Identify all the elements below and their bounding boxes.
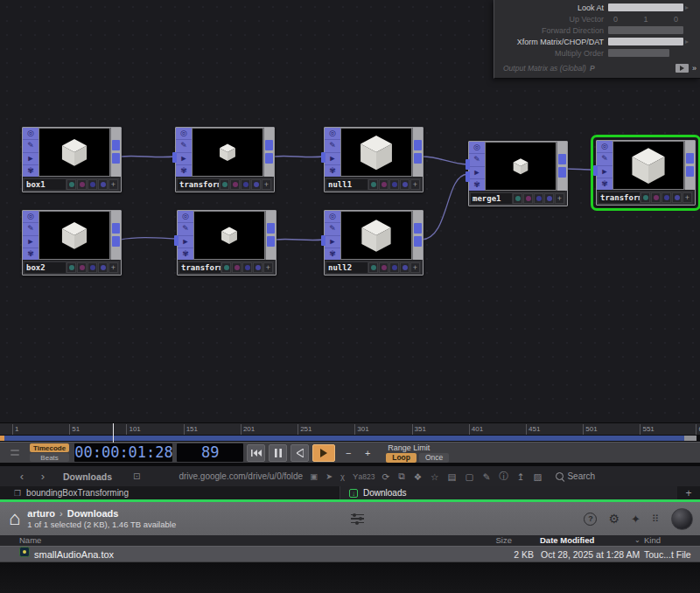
grid-view-icon[interactable]: ⠿: [652, 513, 660, 525]
node-flag-dot[interactable]: [88, 179, 97, 190]
node-flag-icon-0[interactable]: ◎: [325, 128, 340, 140]
node-flag-icon-0[interactable]: ◎: [23, 211, 38, 223]
node-flag-dot[interactable]: [251, 179, 261, 190]
node-flag-dot[interactable]: [66, 179, 76, 190]
node-flag-dot[interactable]: [241, 179, 250, 190]
bookmark-icon[interactable]: ☆: [430, 471, 438, 482]
range-end-handle[interactable]: [684, 436, 696, 441]
input-connector[interactable]: [593, 165, 598, 176]
node-flag-icon-1[interactable]: ✎: [325, 223, 340, 235]
range-start-handle[interactable]: [0, 436, 4, 441]
node-flag-dot[interactable]: [368, 262, 378, 273]
duplicate-tab-icon[interactable]: ⧉: [398, 471, 405, 482]
node-flag-dot[interactable]: [400, 262, 410, 273]
share-icon[interactable]: ↥: [517, 471, 525, 482]
node-flag-dot[interactable]: [534, 193, 543, 204]
node-flag-dot[interactable]: [98, 262, 108, 273]
address-bar[interactable]: drive.google.com/drive/u/0/folde: [178, 471, 303, 481]
expand-arrow-icon[interactable]: ▸: [685, 38, 689, 45]
node-flag-icon-0[interactable]: ◎: [469, 142, 485, 154]
node-flag-icon-2[interactable]: ►: [23, 153, 38, 165]
play-forward-button[interactable]: [312, 444, 335, 462]
output-connector[interactable]: [267, 236, 275, 247]
breadcrumb-folder[interactable]: Downloads: [67, 508, 119, 519]
column-size[interactable]: Size: [468, 535, 512, 546]
copy-link-icon[interactable]: ▣: [310, 471, 318, 481]
node-flag-icon-3[interactable]: ✾: [23, 165, 38, 177]
node-name[interactable]: transform1: [178, 179, 219, 190]
node-flag-icon-3[interactable]: ✾: [469, 179, 485, 191]
node-flag-dot[interactable]: [389, 262, 399, 273]
reload-icon[interactable]: ⟳: [382, 471, 389, 482]
help-icon[interactable]: ?: [584, 513, 597, 526]
node-name[interactable]: merge1: [471, 193, 512, 204]
node-flag-dot[interactable]: [651, 192, 661, 203]
input-connector[interactable]: [466, 171, 470, 182]
timecode-display[interactable]: 00:00:01:28: [74, 443, 172, 462]
sparkle-icon[interactable]: ✦: [631, 513, 640, 526]
input-connector[interactable]: [172, 152, 177, 163]
tab-downloads[interactable]: ↓ Downloads: [340, 486, 677, 499]
once-button[interactable]: Once: [419, 453, 449, 463]
gear-icon[interactable]: ⚙: [608, 512, 620, 526]
range-fill[interactable]: [0, 436, 696, 441]
node-add-flag[interactable]: +: [410, 262, 420, 273]
node-viewer[interactable]: [340, 128, 412, 177]
node-flag-dot[interactable]: [672, 192, 682, 203]
node-flag-icon-2[interactable]: ►: [23, 236, 38, 248]
forward-icon[interactable]: ›: [37, 470, 49, 483]
output-connector[interactable]: [686, 153, 694, 164]
sidebar-icon[interactable]: ▨: [534, 471, 542, 482]
node-null1[interactable]: ◎✎►✾ null1 +: [324, 127, 424, 192]
node-name[interactable]: box1: [24, 179, 66, 190]
timeline-ruler[interactable]: 151101151201251301351401451501551600: [0, 422, 700, 435]
node-add-flag[interactable]: +: [262, 179, 271, 190]
node-flag-icon-0[interactable]: ◎: [176, 128, 192, 140]
xform-matrix-field[interactable]: [608, 38, 683, 45]
node-flag-icon-2[interactable]: ►: [176, 153, 192, 165]
node-flag-dot[interactable]: [230, 179, 240, 190]
output-connector[interactable]: [112, 140, 120, 150]
node-name[interactable]: box2: [24, 262, 66, 273]
node-flag-icon-3[interactable]: ✾: [597, 178, 612, 190]
expand-panel-icon[interactable]: »: [692, 64, 696, 73]
breadcrumb-user[interactable]: arturo: [27, 508, 55, 519]
node-flag-icon-2[interactable]: ►: [325, 236, 340, 248]
output-connector[interactable]: [686, 166, 694, 177]
lookat-field[interactable]: [608, 3, 683, 11]
column-kind[interactable]: Kind: [644, 535, 661, 546]
node-flag-icon-1[interactable]: ✎: [178, 223, 193, 235]
node-viewer[interactable]: [340, 211, 412, 260]
node-transform1[interactable]: ◎✎►✾ transform1 +: [175, 127, 275, 192]
timecode-mode-button[interactable]: Timecode: [30, 443, 69, 452]
python-lang-icon[interactable]: P: [590, 64, 595, 73]
beats-mode-button[interactable]: Beats: [30, 453, 69, 462]
avatar[interactable]: [671, 508, 693, 530]
node-flag-dot[interactable]: [77, 179, 87, 190]
output-connector[interactable]: [112, 153, 120, 164]
node-flag-dot[interactable]: [98, 179, 108, 190]
output-connector[interactable]: [414, 140, 422, 150]
node-flag-icon-1[interactable]: ✎: [325, 140, 340, 152]
node-flag-dot[interactable]: [221, 262, 231, 273]
node-flag-icon-1[interactable]: ✎: [597, 153, 612, 165]
node-viewer[interactable]: [193, 211, 265, 260]
node-flag-icon-3[interactable]: ✾: [325, 248, 340, 260]
timeline-range-bar[interactable]: [0, 435, 700, 442]
node-flag-icon-0[interactable]: ◎: [325, 211, 340, 223]
node-merge1[interactable]: ◎✎►✾ merge1 +: [468, 141, 568, 206]
node-flag-icon-3[interactable]: ✾: [176, 165, 192, 177]
input-connector[interactable]: [321, 235, 326, 246]
output-connector[interactable]: [414, 153, 422, 164]
node-flag-icon-2[interactable]: ►: [597, 166, 612, 178]
compose-icon[interactable]: ✎: [482, 471, 490, 482]
node-name[interactable]: transform2: [179, 262, 220, 273]
node-flag-icon-2[interactable]: ►: [325, 153, 340, 165]
display-icon[interactable]: ⊡: [133, 471, 140, 481]
breadcrumb[interactable]: arturo › Downloads: [27, 508, 176, 519]
node-name[interactable]: null2: [326, 262, 368, 273]
node-viewer[interactable]: [612, 141, 684, 190]
node-name[interactable]: null1: [326, 179, 368, 190]
node-flag-dot[interactable]: [379, 179, 388, 190]
node-flag-icon-0[interactable]: ◎: [597, 141, 612, 153]
